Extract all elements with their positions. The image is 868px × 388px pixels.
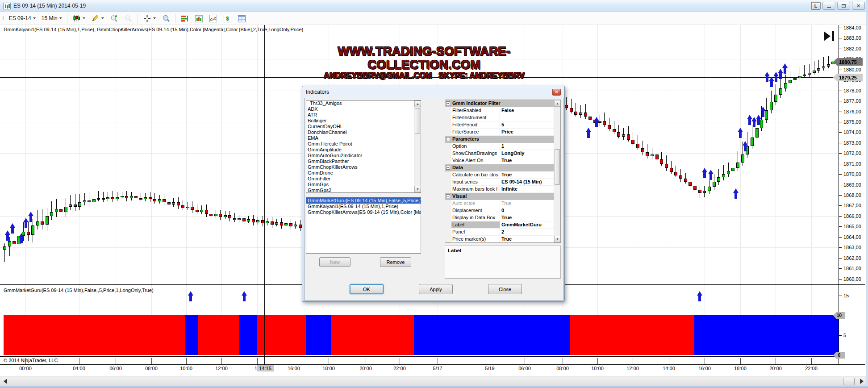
candle-body (158, 199, 161, 201)
property-name: Voice Alert On (451, 157, 500, 164)
property-value[interactable]: True (500, 171, 554, 179)
collapse-icon[interactable]: − (446, 194, 450, 198)
scroll-down-icon[interactable]: ▼ (414, 186, 421, 192)
category-gutter: − (445, 100, 451, 107)
scroll-up-icon[interactable]: ▲ (554, 100, 561, 107)
available-list-scrollbar[interactable]: ▲ ▼ (414, 100, 421, 192)
indicator-list-item[interactable]: DonchianChannel (306, 129, 414, 135)
property-row[interactable]: FilterSourcePrice (445, 129, 554, 136)
property-value[interactable]: 2 (500, 229, 554, 236)
property-value[interactable]: True (500, 236, 554, 243)
property-row[interactable]: Auto scaleTrue (445, 200, 554, 207)
available-indicators-list[interactable]: Thr33_AmigosADXATRBollingerCurrentDayOHL… (306, 100, 421, 193)
dialog-close-icon[interactable]: ✕ (552, 89, 561, 96)
property-row[interactable]: Price marker(s)True (445, 236, 554, 243)
property-value[interactable]: True (500, 200, 554, 207)
candle-body (167, 202, 171, 204)
property-category-row[interactable]: −Data (445, 164, 554, 171)
property-value[interactable]: False (500, 107, 554, 114)
property-row[interactable]: FilterEnabledFalse (445, 107, 554, 114)
indicator-list-item[interactable]: GmmGps2 (306, 188, 414, 193)
scrollbar-thumb[interactable] (843, 378, 855, 385)
category-name: Visual (451, 193, 554, 200)
price-tick (839, 258, 842, 259)
horizontal-scrollbar[interactable] (0, 376, 868, 387)
property-row[interactable]: Displacement0 (445, 207, 554, 214)
indicator-list-item[interactable]: GmmAutoGuru2Indicator (306, 153, 414, 159)
selected-indicator-item[interactable]: GmmKalyani1(ES 09-14 (15 Min),1,Price) (306, 204, 421, 209)
candle-body (238, 218, 241, 220)
selected-indicators-list[interactable]: GmmMarketGuru(ES 09-14 (15 Min),False,,5… (306, 197, 421, 254)
apply-button[interactable]: Apply (419, 284, 453, 294)
property-row[interactable]: Panel2 (445, 229, 554, 236)
collapse-icon[interactable]: − (446, 137, 450, 141)
property-value[interactable]: LongOnly (500, 150, 554, 157)
indicator-list-item[interactable]: GmmChopKillerArrows (306, 164, 414, 170)
indicator-list-item[interactable]: Bollinger (306, 118, 414, 124)
arrow-head (702, 168, 707, 172)
indicator-list-item[interactable]: GmmBlackPanther (306, 159, 414, 164)
property-grid[interactable]: −Gmm Indicator FilterFilterEnabledFalseF… (445, 100, 561, 243)
candle-wick (566, 97, 567, 110)
ok-button[interactable]: OK (350, 284, 384, 294)
property-row[interactable]: Option1 (445, 143, 554, 150)
property-value[interactable] (500, 114, 554, 121)
indicator-list-item[interactable]: GmmFilter (306, 176, 414, 182)
indicator-list-item[interactable]: ATR (306, 112, 414, 118)
property-value[interactable]: 1 (500, 143, 554, 150)
collapse-icon[interactable]: − (446, 166, 450, 170)
property-value[interactable]: True (500, 214, 554, 221)
selected-indicator-item[interactable]: GmmChopKillerArrows(ES 09-14 (15 Min),Co… (306, 209, 421, 215)
property-row[interactable]: Input seriesES 09-14 (15 Min) (445, 179, 554, 186)
indicator-list-item[interactable]: Thr33_Amigos (306, 100, 414, 106)
scroll-left-icon[interactable] (4, 379, 7, 384)
property-value[interactable]: 5 (500, 121, 554, 129)
scroll-down-icon[interactable]: ▼ (554, 236, 561, 242)
candle-body (116, 197, 119, 199)
property-value[interactable]: ES 09-14 (15 Min) (500, 179, 554, 186)
scrollbar-thumb[interactable] (415, 108, 420, 134)
property-category-row[interactable]: −Gmm Indicator Filter (445, 100, 554, 107)
property-row[interactable]: LabelGmmMarketGuru (445, 221, 554, 229)
property-row[interactable]: FilterPeriod5 (445, 121, 554, 129)
candle-body (8, 241, 11, 246)
property-grid-scrollbar[interactable]: ▲ ▼ (554, 100, 560, 242)
property-row[interactable]: Voice Alert OnTrue (445, 157, 554, 164)
close-dialog-button[interactable]: Close (488, 284, 522, 294)
scrollbar-thumb[interactable] (555, 149, 560, 185)
arrow-head (594, 117, 599, 121)
indicator-list-item[interactable]: GmmGps (306, 182, 414, 188)
property-row[interactable]: Display in Data BoxTrue (445, 214, 554, 221)
property-row[interactable]: Calculate on bar closTrue (445, 171, 554, 179)
indicator-list-item[interactable]: GmmDrone (306, 170, 414, 176)
property-value[interactable]: True (500, 157, 554, 164)
new-button[interactable]: New (319, 257, 351, 267)
scroll-right-icon[interactable] (860, 379, 864, 384)
indicator-list-item[interactable]: GmmAmplitude (306, 147, 414, 153)
property-value[interactable]: Infinite (500, 186, 554, 193)
remove-button[interactable]: Remove (380, 257, 411, 267)
property-category-row[interactable]: −Visual (445, 193, 554, 200)
indicator-list-item[interactable]: EMA (306, 135, 414, 141)
indicator-list-item[interactable]: ADX (306, 106, 414, 112)
collapse-icon[interactable]: − (446, 101, 450, 105)
marketguru-arrow-icon (697, 291, 702, 301)
property-value[interactable]: 0 (500, 207, 554, 214)
gridline-vertical (257, 25, 258, 356)
indicator-list-item[interactable]: Gmm Hercule Poirot (306, 141, 414, 147)
candle-body (622, 134, 625, 137)
indicator-list-item[interactable]: CurrentDayOHL (306, 124, 414, 129)
candle-body (608, 125, 611, 129)
property-row[interactable]: Maximum bars look lInfinite (445, 186, 554, 193)
go-to-end-icon[interactable] (824, 31, 834, 41)
property-row[interactable]: FilterInstrument (445, 114, 554, 121)
trend-bar-segment (570, 315, 694, 355)
property-row[interactable]: ShowChartDrawingsLongOnly (445, 150, 554, 157)
property-value[interactable]: Price (500, 129, 554, 136)
dialog-titlebar[interactable]: Indicators ✕ (304, 86, 563, 98)
property-category-row[interactable]: −Parameters (445, 136, 554, 143)
time-tick (740, 358, 741, 364)
scroll-up-icon[interactable]: ▲ (414, 100, 421, 107)
selected-indicator-item[interactable]: GmmMarketGuru(ES 09-14 (15 Min),False,,5… (306, 198, 421, 204)
property-value[interactable]: GmmMarketGuru (500, 221, 554, 229)
